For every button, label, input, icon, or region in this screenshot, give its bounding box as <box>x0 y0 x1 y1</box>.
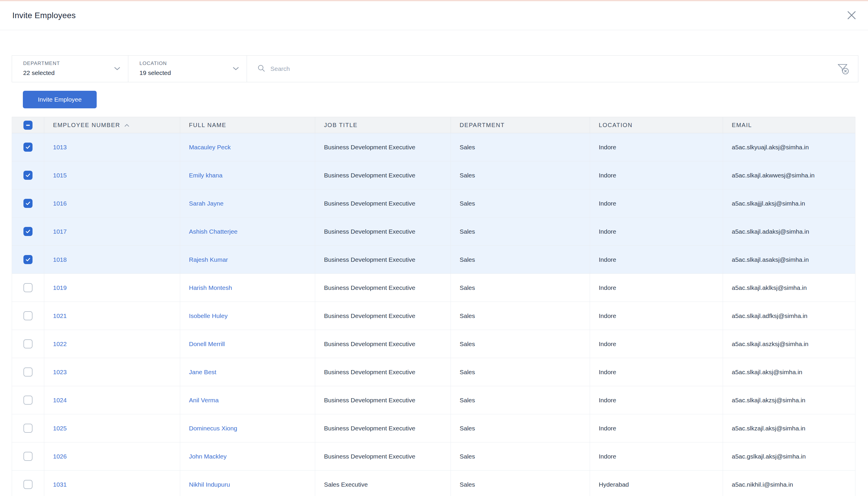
full-name-link[interactable]: Ashish Chatterjee <box>189 228 238 235</box>
employee-number-link[interactable]: 1031 <box>53 481 67 488</box>
employee-number-cell: 1031 <box>44 470 180 496</box>
column-header-email[interactable]: EMAIL <box>723 117 856 133</box>
department-cell: Sales <box>451 470 590 496</box>
employee-number-link[interactable]: 1025 <box>53 425 67 432</box>
full-name-link[interactable]: Rajesh Kumar <box>189 256 228 263</box>
location-cell: Indore <box>590 414 723 442</box>
row-checkbox-cell <box>12 246 44 274</box>
row-checkbox[interactable] <box>24 143 32 152</box>
department-cell: Sales <box>451 246 590 274</box>
column-header-label: DEPARTMENT <box>460 122 505 128</box>
employee-number-link[interactable]: 1021 <box>53 312 67 320</box>
search-icon <box>258 64 265 73</box>
row-checkbox[interactable] <box>24 339 32 348</box>
row-checkbox-cell <box>12 358 44 386</box>
select-all-cell <box>12 117 44 133</box>
full-name-link[interactable]: Anil Verma <box>189 397 219 404</box>
email-cell: a5ac.slkajl.aszksj@simha.in <box>723 330 856 358</box>
employee-number-link[interactable]: 1023 <box>53 369 67 376</box>
invite-employee-button[interactable]: Invite Employee <box>23 91 97 108</box>
department-filter-dropdown[interactable]: DEPARTMENT 22 selected <box>12 56 128 82</box>
employee-number-link[interactable]: 1016 <box>53 200 67 207</box>
employees-table: EMPLOYEE NUMBERFULL NAMEJOB TITLEDEPARTM… <box>12 117 855 496</box>
employee-number-link[interactable]: 1015 <box>53 172 67 179</box>
chevron-down-icon <box>233 66 239 72</box>
full-name-link[interactable]: John Mackley <box>189 453 226 460</box>
full-name-cell: Anil Verma <box>180 386 315 414</box>
full-name-link[interactable]: Nikhil Indupuru <box>189 481 230 488</box>
full-name-link[interactable]: Sarah Jayne <box>189 200 224 207</box>
department-cell: Sales <box>451 302 590 330</box>
employee-number-link[interactable]: 1018 <box>53 256 67 263</box>
column-header-department[interactable]: DEPARTMENT <box>451 117 590 133</box>
employee-number-cell: 1015 <box>44 161 180 189</box>
close-button[interactable] <box>844 8 859 23</box>
column-header-job_title[interactable]: JOB TITLE <box>315 117 451 133</box>
full-name-link[interactable]: Emily khana <box>189 172 222 179</box>
row-checkbox-cell <box>12 274 44 301</box>
row-checkbox[interactable] <box>24 199 32 208</box>
employee-number-link[interactable]: 1019 <box>53 284 67 291</box>
employee-number-link[interactable]: 1017 <box>53 228 67 235</box>
row-checkbox-cell <box>12 302 44 330</box>
employee-number-link[interactable]: 1024 <box>53 397 67 404</box>
row-checkbox[interactable] <box>24 452 32 461</box>
employee-number-link[interactable]: 1026 <box>53 453 67 460</box>
table-row: 1025Dominecus XiongBusiness Development … <box>12 414 855 443</box>
row-checkbox-cell <box>12 330 44 358</box>
email-cell: a5ac.slkajjjl.aksj@simha.in <box>723 189 856 217</box>
location-cell: Indore <box>590 218 723 245</box>
full-name-link[interactable]: Dominecus Xiong <box>189 425 237 432</box>
location-cell: Indore <box>590 330 723 358</box>
full-name-cell: Macauley Peck <box>180 133 315 161</box>
department-cell: Sales <box>451 133 590 161</box>
job-title-cell: Business Development Executive <box>315 161 451 189</box>
full-name-cell: Emily khana <box>180 161 315 189</box>
location-cell: Indore <box>590 189 723 217</box>
employee-number-link[interactable]: 1013 <box>53 144 67 151</box>
row-checkbox[interactable] <box>24 424 32 433</box>
job-title-cell: Business Development Executive <box>315 330 451 358</box>
email-cell: a5ac.nikhil.i@simha.in <box>723 470 856 496</box>
department-cell: Sales <box>451 218 590 245</box>
email-cell: a5ac.slkajl.aksj@simha.in <box>723 358 856 386</box>
department-cell: Sales <box>451 274 590 301</box>
table-row: 1013Macauley PeckBusiness Development Ex… <box>12 133 855 161</box>
full-name-link[interactable]: Macauley Peck <box>189 144 231 151</box>
table-body: 1013Macauley PeckBusiness Development Ex… <box>12 133 855 496</box>
table-row: 1021Isobelle HuleyBusiness Development E… <box>12 302 855 330</box>
row-checkbox[interactable] <box>24 171 32 180</box>
table-row: 1015Emily khanaBusiness Development Exec… <box>12 161 855 189</box>
full-name-link[interactable]: Harish Montesh <box>189 284 232 291</box>
search-input[interactable] <box>270 65 823 72</box>
job-title-cell: Business Development Executive <box>315 246 451 274</box>
row-checkbox[interactable] <box>24 311 32 320</box>
employee-number-link[interactable]: 1022 <box>53 341 67 347</box>
full-name-cell: John Mackley <box>180 443 315 470</box>
row-checkbox[interactable] <box>24 227 32 236</box>
row-checkbox[interactable] <box>24 368 32 376</box>
full-name-link[interactable]: Jane Best <box>189 369 216 376</box>
location-filter-dropdown[interactable]: LOCATION 19 selected <box>128 56 247 82</box>
search-box <box>247 56 858 82</box>
full-name-link[interactable]: Donell Merrill <box>189 341 225 347</box>
row-checkbox[interactable] <box>24 255 32 264</box>
location-filter-label: LOCATION <box>139 61 247 66</box>
column-header-name[interactable]: FULL NAME <box>180 117 315 133</box>
full-name-link[interactable]: Isobelle Huley <box>189 312 228 320</box>
row-checkbox[interactable] <box>24 480 32 489</box>
select-all-checkbox[interactable] <box>24 121 32 130</box>
column-header-label: FULL NAME <box>189 122 226 128</box>
location-cell: Indore <box>590 133 723 161</box>
employee-number-cell: 1023 <box>44 358 180 386</box>
row-checkbox[interactable] <box>24 396 32 405</box>
full-name-cell: Sarah Jayne <box>180 189 315 217</box>
chevron-down-icon <box>114 66 120 72</box>
job-title-cell: Business Development Executive <box>315 133 451 161</box>
clear-filter-button[interactable] <box>835 61 850 76</box>
column-header-location[interactable]: LOCATION <box>590 117 723 133</box>
email-cell: a5ac.slkajl.asaksj@simha.in <box>723 246 856 274</box>
dialog-header: Invite Employees <box>0 1 868 30</box>
column-header-number[interactable]: EMPLOYEE NUMBER <box>44 117 180 133</box>
row-checkbox[interactable] <box>24 283 32 292</box>
